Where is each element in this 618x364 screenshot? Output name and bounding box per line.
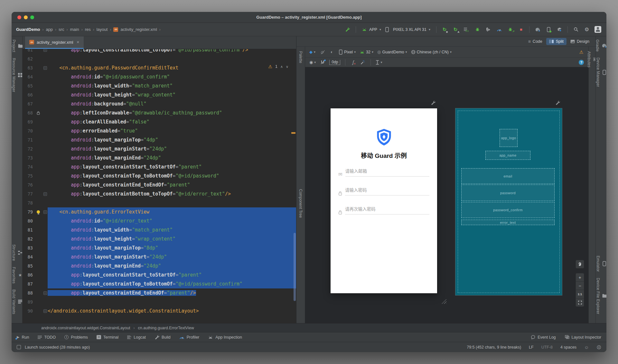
fold-marker[interactable]: −	[43, 309, 47, 313]
toolwindow-terminal[interactable]: >Terminal	[97, 335, 118, 340]
preview-input-field[interactable]: 请输入密码	[338, 187, 429, 196]
profiler-icon[interactable]	[494, 25, 504, 34]
sidebar-item-favorites[interactable]: ★Favorites	[12, 267, 22, 284]
help-icon[interactable]: ?	[577, 59, 585, 66]
toolwindow-problems[interactable]: !Problems	[64, 335, 88, 340]
error-stripe-mark[interactable]	[291, 132, 295, 134]
stop-icon[interactable]: ■	[516, 25, 526, 34]
toolwindow-run[interactable]: ▶Run	[17, 335, 29, 340]
code-line[interactable]: 83 android:layout_marginTop="8dp"	[23, 243, 296, 252]
code-line[interactable]: 86 app:layout_constraintStart_toStartOf=…	[23, 270, 296, 279]
settings-icon[interactable]: ⚙	[582, 25, 592, 34]
breadcrumb-errortextview[interactable]: cn.authing.guard.ErrorTextView	[138, 326, 194, 330]
toolwindow-layout-inspector[interactable]: Layout Inspector	[565, 335, 601, 340]
layout-variant-wrench-icon[interactable]	[431, 100, 435, 105]
fold-marker[interactable]: −	[43, 192, 47, 196]
build-wrench-icon[interactable]	[343, 25, 352, 34]
device-manager-icon[interactable]	[544, 25, 553, 34]
blueprint-box-email[interactable]: email	[461, 168, 555, 184]
module-selector[interactable]: APP ▾	[359, 26, 384, 33]
toolwindow-profiler[interactable]: Profiler	[179, 335, 200, 340]
sidebar-item-device-file-explorer[interactable]: Device File Explorer	[596, 278, 607, 314]
toolwindow-app-inspection[interactable]: App Inspection	[208, 335, 242, 340]
profile-low-overhead-icon[interactable]: ↗	[505, 25, 515, 34]
pan-button[interactable]	[576, 260, 584, 268]
code-line[interactable]: 63− <cn.authing.guard.PasswordConfirmEdi…	[23, 63, 296, 72]
code-line[interactable]: 75 app:layout_constraintTop_toBottomOf="…	[23, 171, 296, 180]
design-preview-screen[interactable]: 移动 Guard 示例 ✉请输入邮箱请输入密码请再次输入密码	[331, 108, 437, 293]
toolwindow-build[interactable]: Build	[154, 335, 171, 340]
design-surface-selector[interactable]: ◆▾	[308, 48, 316, 56]
breadcrumb-item-layout[interactable]: layout	[97, 27, 108, 32]
fold-marker[interactable]: −	[43, 210, 47, 214]
mirror-device-icon[interactable]	[385, 27, 389, 32]
breadcrumb-constraintlayout[interactable]: androidx.constraintlayout.widget.Constra…	[41, 326, 130, 330]
pack-align-icon[interactable]: ▾	[375, 59, 383, 66]
mode-split[interactable]: Split	[546, 38, 566, 45]
breadcrumb-item-activity-register-xml[interactable]: activity_register.xml	[120, 27, 157, 32]
preview-input-field[interactable]: ✉请输入邮箱	[338, 168, 429, 177]
zoom-to-fit-button[interactable]	[576, 298, 584, 307]
app-logo-shield-icon[interactable]	[331, 128, 437, 146]
code-line[interactable]: 81 android:layout_width="match_parent"	[23, 225, 296, 234]
sidebar-item-project[interactable]: Project	[12, 40, 23, 52]
code-line[interactable]: 71 android:layout_marginTop="4dp"	[23, 135, 296, 144]
app-name-text[interactable]: 移动 Guard 示例	[331, 151, 437, 159]
code-line[interactable]: 77− app:layout_constraintBottom_toTopOf=…	[23, 189, 296, 198]
code-line[interactable]: 74 app:layout_constraintStart_toStartOf=…	[23, 162, 296, 171]
blueprint-box-password[interactable]: password	[461, 185, 555, 201]
toolwindow-todo[interactable]: TODO	[38, 335, 56, 340]
editor-scrollbar[interactable]	[294, 233, 296, 301]
search-icon[interactable]	[571, 25, 581, 34]
fold-marker[interactable]: −	[43, 49, 47, 52]
blueprint-toggle[interactable]: ◇	[318, 48, 326, 56]
code-line[interactable]: 88− app:layout_constraintEnd_toEndOf="pa…	[23, 288, 296, 297]
code-line[interactable]: 64 android:id="@+id/password_confirm"	[23, 72, 296, 81]
blueprint-box-password-confirm[interactable]: password_confirm	[461, 202, 555, 218]
code-line[interactable]: 69 app:clearAllEnabled="false"	[23, 117, 296, 126]
zoom-1-1-button[interactable]: 1:1	[576, 290, 584, 298]
apply-code-changes-icon[interactable]: ↻A	[451, 25, 460, 34]
sidebar-item-structure[interactable]: Structure	[12, 244, 22, 261]
blueprint-box-error-text[interactable]: error_text	[461, 220, 555, 225]
apply-changes-restart-icon[interactable]: ↻	[440, 25, 449, 34]
attach-debugger-icon[interactable]	[483, 25, 493, 34]
sdk-manager-icon[interactable]	[555, 25, 564, 34]
component-tree-tab[interactable]: Component Tree	[298, 189, 303, 218]
close-window-button[interactable]	[17, 15, 21, 19]
code-line[interactable]: 72 android:layout_marginStart="24dp"	[23, 144, 296, 153]
gradle-sync-icon[interactable]	[533, 25, 542, 34]
run-configurations-icon[interactable]	[462, 25, 471, 34]
view-options-icon[interactable]: ◉▾	[308, 59, 317, 66]
toolwindow-logcat[interactable]: Logcat	[127, 335, 146, 340]
tool-window-switcher-icon[interactable]	[17, 345, 21, 349]
palette-tab[interactable]: Palette	[298, 51, 303, 63]
sidebar-item-build-variants[interactable]: Build Variants	[12, 289, 22, 314]
debug-icon[interactable]	[473, 25, 482, 34]
caret-position[interactable]: 79:5 (452 chars, 9 line breaks)	[467, 345, 521, 350]
code-line[interactable]: 65 android:layout_width="match_parent"	[23, 81, 296, 90]
canvas-resize-handle[interactable]	[442, 299, 446, 304]
code-line[interactable]: 66 android:layout_height="wrap_content"	[23, 90, 296, 99]
next-problem-icon[interactable]: ∨	[286, 65, 288, 69]
code-line[interactable]: 76 app:layout_constraintEnd_toEndOf="par…	[23, 180, 296, 189]
autoconnect-icon[interactable]	[319, 59, 326, 66]
code-line[interactable]: 68 app:leftIconDrawable="@drawable/ic_au…	[23, 108, 296, 117]
maximize-window-button[interactable]	[30, 15, 34, 19]
breadcrumb-item-guarddemo[interactable]: GuardDemo	[16, 27, 40, 32]
sidebar-item-emulator[interactable]: Emulator	[596, 256, 606, 272]
code-line[interactable]: 70 app:errorEnabled="true"	[23, 126, 296, 135]
code-line[interactable]: 73 android:layout_marginEnd="24dp"	[23, 153, 296, 162]
mode-code[interactable]: ≡Code	[525, 38, 545, 45]
sad-feedback-icon[interactable]: ☹	[596, 345, 601, 350]
breadcrumb-item-app[interactable]: app	[46, 27, 53, 32]
device-for-preview-selector[interactable]: Pixel▾	[338, 48, 357, 56]
breadcrumb-item-res[interactable]: res	[85, 27, 91, 32]
locale-selector[interactable]: Chinese (zh / CN)▾	[410, 48, 453, 56]
inspection-widget[interactable]: ⚠ 1 ∧ ∨	[268, 64, 288, 69]
file-encoding[interactable]: UTF-8	[541, 345, 553, 350]
close-tab-icon[interactable]: ✕	[76, 40, 79, 44]
line-separator[interactable]: LF	[529, 345, 534, 350]
sidebar-item-device-manager[interactable]: Device Manager	[596, 58, 606, 87]
toolwindow-event-log[interactable]: Event Log	[531, 335, 556, 340]
